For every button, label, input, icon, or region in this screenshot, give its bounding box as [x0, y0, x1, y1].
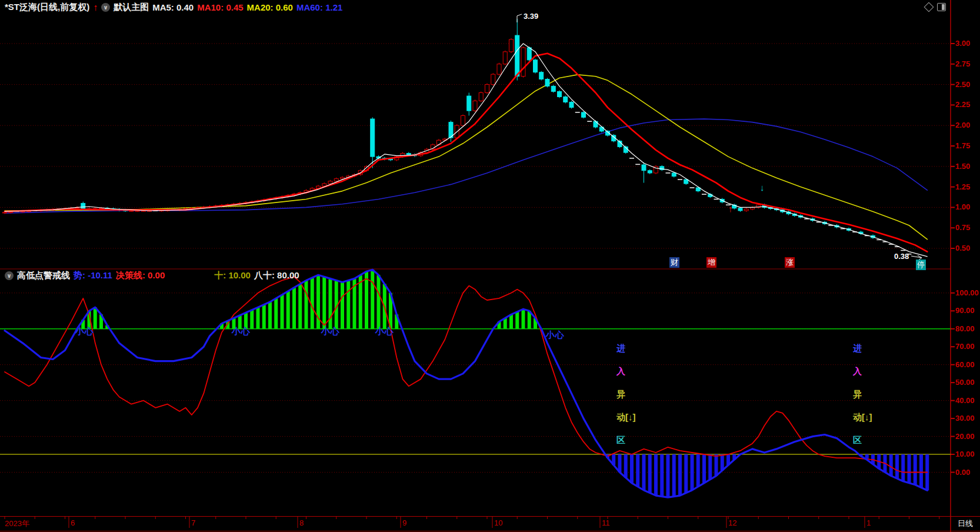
- event-badge-涨: 涨: [785, 257, 795, 268]
- green-histogram-bar: [329, 278, 332, 328]
- main-price-tick-label: 1.00: [955, 202, 979, 211]
- candle-up: [491, 74, 495, 84]
- zone-text-char: 进: [853, 343, 862, 354]
- candle-down: [672, 173, 676, 177]
- main-price-tick-label: 2.25: [955, 100, 979, 109]
- candle-down: [534, 60, 538, 72]
- sub-value-tick-label: 10.00: [955, 450, 979, 458]
- zone-text-char: 异: [616, 389, 625, 400]
- zone-text-char: 入: [853, 366, 862, 377]
- up-arrow-icon: ↑: [93, 2, 98, 13]
- ma10-line: [5, 54, 927, 252]
- sub-value-tick-label: 60.00: [955, 360, 979, 369]
- sub-value-tick-label: 0.00: [955, 468, 979, 477]
- green-histogram-bar: [262, 305, 266, 329]
- blue-histogram-bar: [648, 454, 652, 493]
- ma20-line: [5, 75, 927, 240]
- blue-histogram-bar: [702, 454, 706, 483]
- green-histogram-bar: [286, 291, 290, 329]
- candle-down: [406, 154, 411, 155]
- axis-year-label: 2023年: [5, 518, 29, 529]
- eighty-line-value: 八十: 80.00: [254, 270, 299, 281]
- caution-marker: 小心: [321, 326, 340, 337]
- candle-up: [497, 64, 501, 74]
- green-histogram-bar: [316, 275, 320, 328]
- candle-down: [558, 91, 562, 97]
- blue-histogram-bar: [715, 454, 718, 476]
- event-badge-增: 增: [706, 257, 716, 268]
- zone-text-char: 异: [853, 389, 862, 400]
- blue-histogram-bar: [636, 454, 639, 487]
- diamond-icon[interactable]: [924, 2, 934, 12]
- month-label: 7: [191, 518, 195, 527]
- green-histogram-bar: [281, 295, 284, 329]
- ma5-value: MA5: 0.40: [152, 2, 194, 12]
- ma60-value: MA60: 1.21: [296, 2, 342, 12]
- blue-histogram-bar: [895, 454, 899, 478]
- green-histogram-bar: [371, 270, 374, 329]
- panel-layout-icon[interactable]: [937, 3, 946, 11]
- candle-down: [684, 179, 688, 184]
- zone-text-char: 区: [616, 435, 625, 446]
- zone-text-char: 动[↓]: [853, 412, 872, 423]
- sub-chart-header: ∨ 高低点警戒线 势: -10.11 决策线: 0.00 十: 10.00 八十…: [5, 270, 299, 281]
- blue-histogram-bar: [672, 454, 676, 497]
- period-selector[interactable]: 日线: [958, 518, 973, 529]
- peak-price-annotation: 3.39: [524, 12, 538, 21]
- blue-histogram-bar: [914, 454, 917, 485]
- blue-histogram-bar: [630, 454, 634, 483]
- blue-histogram-bar: [889, 454, 893, 476]
- green-histogram-bar: [274, 298, 278, 329]
- green-histogram-bar: [305, 280, 308, 328]
- candle-down: [642, 165, 646, 171]
- blue-histogram-bar: [666, 454, 670, 497]
- blue-histogram-bar: [678, 454, 682, 496]
- candle-down: [515, 35, 519, 77]
- green-histogram-bar: [292, 288, 296, 329]
- blue-histogram-bar: [654, 454, 658, 496]
- blue-histogram-bar: [901, 454, 905, 481]
- candle-down: [738, 208, 742, 211]
- collapse-sub-icon[interactable]: ∨: [5, 271, 14, 280]
- month-label: 8: [299, 518, 304, 527]
- blue-histogram-bar: [721, 454, 724, 470]
- peak-flag-line: [517, 14, 522, 22]
- green-histogram-bar: [522, 309, 525, 329]
- indicator-name[interactable]: 高低点警戒线: [17, 270, 70, 281]
- month-label: 10: [494, 518, 502, 527]
- ten-line-value: 十: 10.00: [214, 270, 251, 281]
- candle-up: [744, 209, 748, 211]
- month-label: 1: [866, 518, 871, 527]
- sub-value-tick-label: 100.00: [955, 288, 979, 297]
- sub-value-tick-label: 80.00: [955, 324, 979, 333]
- green-histogram-bar: [346, 280, 350, 328]
- zone-text-char: 动[↓]: [616, 412, 636, 423]
- month-label: 11: [602, 518, 610, 527]
- collapse-main-icon[interactable]: ∨: [101, 3, 110, 12]
- month-label: 12: [728, 518, 736, 527]
- caution-marker: 小心: [232, 326, 251, 337]
- sub-red-line: [5, 277, 927, 472]
- month-label: 9: [402, 518, 406, 527]
- last-price-annotation: 0.38: [894, 252, 909, 261]
- candle-up: [328, 181, 332, 184]
- green-histogram-bar: [250, 310, 254, 329]
- green-histogram-bar: [268, 302, 272, 329]
- sub-value-tick-label: 30.00: [955, 414, 979, 423]
- signal-arrow-sell: ↓: [760, 182, 765, 192]
- green-histogram-bar: [298, 284, 302, 329]
- candle-down: [564, 97, 568, 102]
- candle-up: [341, 177, 345, 178]
- decision-line-value: 决策线: 0.00: [116, 270, 165, 281]
- candle-down: [582, 112, 586, 117]
- candle-down: [539, 72, 544, 79]
- main-price-tick-label: 2.75: [955, 59, 979, 68]
- sub-value-tick-label: 20.00: [955, 432, 979, 441]
- sub-value-tick-label: 40.00: [955, 396, 979, 405]
- caution-marker: 小心: [75, 326, 94, 337]
- event-badge-财: 财: [669, 257, 679, 268]
- candle-down: [81, 203, 85, 209]
- main-preset-selector[interactable]: 默认主图: [114, 2, 149, 13]
- candle-up: [503, 52, 507, 64]
- month-label: 6: [71, 518, 75, 527]
